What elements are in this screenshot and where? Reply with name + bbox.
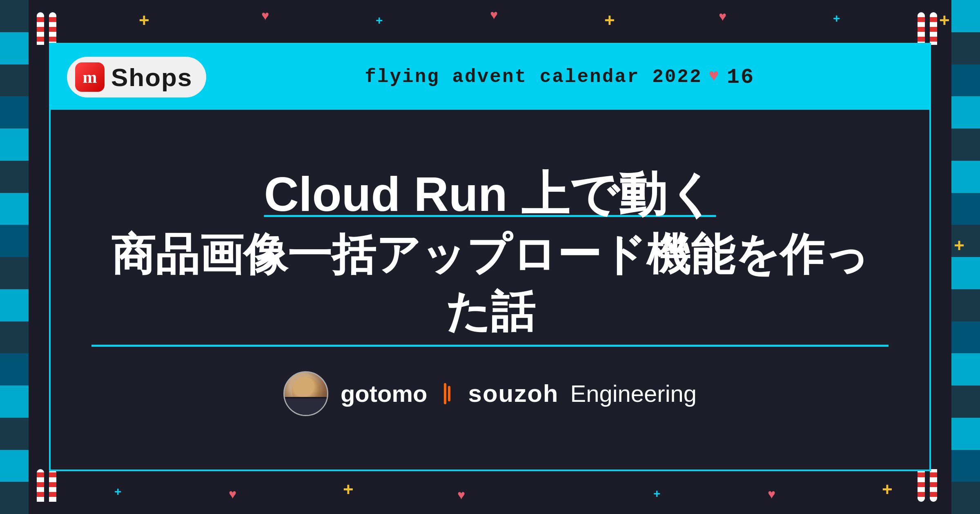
author-row: gotomo souzoh Engineering [283,371,697,416]
shops-label: Shops [111,63,192,92]
candy-top-right-2 [918,12,925,45]
company-name: souzoh [468,379,559,408]
content-area: Cloud Run 上で動く 商品画像一括アップロード機能を作った話 gotom… [51,110,929,470]
main-card: Shops flying advent calendar 2022 ♥ 16 C… [49,43,931,471]
day-number: 16 [727,65,755,89]
title-line-2: 商品画像一括アップロード機能を作った話 [91,226,889,347]
right-pixel-column [951,0,980,514]
author-name: gotomo [341,380,428,407]
candy-bot-right [930,469,937,502]
candy-top-right [930,12,937,45]
heart-deco-header: ♥ [709,66,720,86]
company-logo: souzoh Engineering [468,379,697,408]
mercari-logo-icon [75,62,105,92]
company-separator [444,383,452,404]
candy-bot-right-2 [918,469,925,502]
left-pixel-column [0,0,29,514]
candy-bot-left [37,469,44,502]
header-bar: Shops flying advent calendar 2022 ♥ 16 [51,44,929,110]
company-suffix: Engineering [570,380,697,407]
candy-top-left [37,12,44,45]
tagline-text: flying advent calendar 2022 [365,66,702,88]
author-avatar [283,371,328,416]
header-tagline: flying advent calendar 2022 ♥ 16 [206,65,913,89]
logo-pill: Shops [67,57,206,97]
main-title-block: Cloud Run 上で動く 商品画像一括アップロード機能を作った話 [91,163,889,346]
title-line-1: Cloud Run 上で動く [91,163,889,226]
candy-bot-left-2 [49,469,56,502]
candy-top-left-2 [49,12,56,45]
